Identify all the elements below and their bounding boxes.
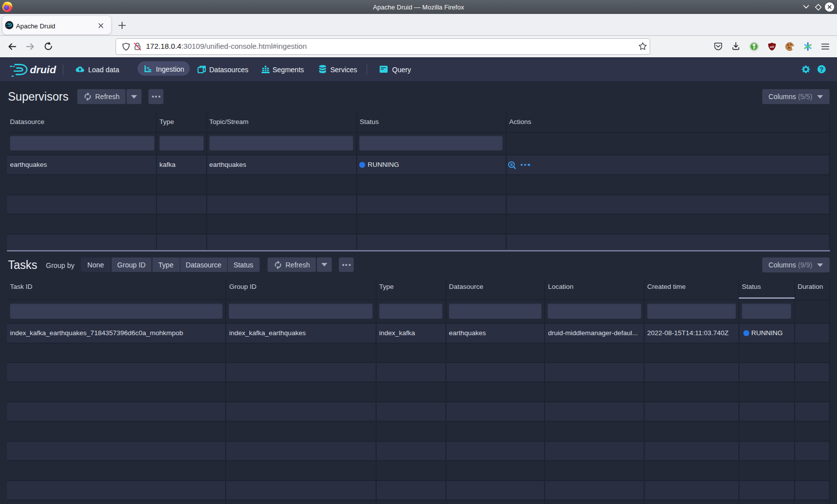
svg-text:uO: uO xyxy=(770,45,774,48)
svg-text:?: ? xyxy=(820,66,824,73)
